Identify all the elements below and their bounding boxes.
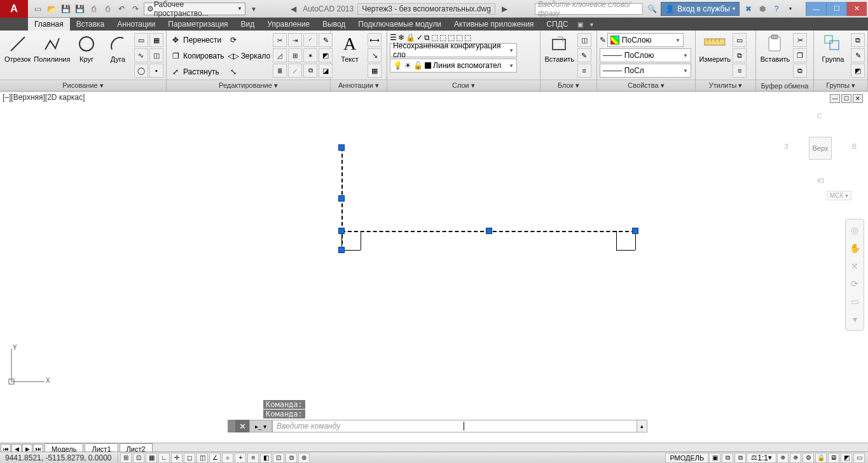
grip[interactable] — [338, 247, 345, 253]
panel-draw-title[interactable]: Рисование ▾ — [0, 79, 166, 91]
tab-view[interactable]: Вид — [235, 18, 261, 31]
grip[interactable] — [338, 144, 345, 151]
ucs-icon[interactable]: Y X — [6, 345, 51, 389]
tab-annot[interactable]: Аннотации — [111, 18, 162, 31]
linetype-combo[interactable]: ПоСл▼ — [600, 64, 691, 78]
create-block-icon[interactable]: ◫ — [577, 33, 591, 47]
cmd-recent-icon[interactable]: ▴ — [637, 420, 647, 432]
grid-icon[interactable]: ▦ — [146, 453, 157, 463]
a360-icon[interactable]: ⬢ — [757, 4, 768, 14]
sr-layout-icon[interactable]: ▣ — [709, 453, 720, 463]
panel-annot-title[interactable]: Аннотации ▾ — [331, 79, 387, 91]
rect-icon[interactable]: ▭ — [134, 33, 148, 47]
shape-seg3[interactable] — [361, 231, 361, 250]
new-icon[interactable]: ▭ — [32, 3, 43, 15]
rotate-button[interactable]: ⟳ — [227, 33, 272, 47]
match-icon[interactable]: ✎ — [600, 36, 606, 45]
break-icon[interactable]: ⟋ — [288, 64, 302, 78]
help-dd-icon[interactable]: ▾ — [785, 4, 796, 14]
panel-group-title[interactable]: Группы ▾ — [814, 79, 867, 91]
text-button[interactable]: A Текст — [333, 33, 366, 63]
qp-icon[interactable]: ⊡ — [273, 453, 284, 463]
tab-spds[interactable]: СПДС — [540, 18, 574, 31]
sc-icon[interactable]: ⧉ — [286, 453, 297, 463]
search-icon[interactable]: 🔍 — [647, 4, 657, 14]
redo-icon[interactable]: ↷ — [130, 3, 141, 15]
clean-icon[interactable]: ▭ — [853, 453, 865, 463]
qselect-icon[interactable]: ⧉ — [733, 48, 747, 62]
sign-in-button[interactable]: 👤 Вход в службы ▾ — [661, 2, 740, 16]
polyline-button[interactable]: Полилиния — [34, 33, 70, 63]
group-sel-icon[interactable]: ◩ — [851, 64, 865, 78]
scale-button[interactable]: ⤡ — [227, 65, 272, 79]
fillet-icon[interactable]: ◜ — [303, 33, 317, 47]
workspace-combo[interactable]: ⚙ Рабочее пространство... ▼ — [144, 3, 245, 15]
explode-icon[interactable]: ✶ — [303, 48, 317, 62]
spline-icon[interactable]: ∿ — [134, 48, 148, 62]
dyn-icon[interactable]: + — [235, 453, 246, 463]
isolate-icon[interactable]: ◩ — [841, 453, 852, 463]
sr-qvd-icon[interactable]: ⧉ — [734, 453, 746, 463]
shape-seg5[interactable] — [616, 250, 635, 251]
layer-combo[interactable]: 💡☀🔓Линия вспомогател ▼ — [390, 59, 517, 73]
group-ed-icon[interactable]: ✎ — [851, 48, 865, 62]
qat-more-icon[interactable]: ▾ — [248, 3, 259, 15]
insert-block-button[interactable]: Вставить — [543, 33, 576, 63]
print-icon[interactable]: ⎙ — [102, 3, 113, 15]
command-input[interactable]: Введите команду — [272, 420, 637, 432]
ungroup-icon[interactable]: ⧉ — [851, 33, 865, 47]
layer-ico3[interactable]: ✓ — [417, 33, 423, 42]
tab-insert[interactable]: Вставка — [70, 18, 111, 31]
layer-ico6[interactable]: ⬚ — [439, 33, 446, 42]
table-icon[interactable]: ▦ — [368, 64, 382, 78]
cmd-close-icon[interactable]: ✕ — [235, 420, 249, 432]
close-button[interactable]: ✕ — [846, 2, 867, 16]
select-icon[interactable]: ▭ — [733, 33, 747, 47]
region-icon[interactable]: ◫ — [149, 48, 163, 62]
tab-plugins[interactable]: Подключаемые модули — [352, 18, 448, 31]
ortho-icon[interactable]: ∟ — [158, 453, 170, 463]
copyc-icon[interactable]: ❐ — [793, 48, 807, 62]
attr-icon[interactable]: ≡ — [577, 64, 591, 78]
help-icon[interactable]: ? — [771, 4, 782, 14]
nav-left-icon[interactable]: ◀ — [287, 3, 299, 15]
panel-layers-title[interactable]: Слои ▾ — [387, 79, 540, 91]
chamfer-icon[interactable]: ◿ — [273, 48, 287, 62]
cmd-prompt-icon[interactable]: ▸_ ▾ — [249, 420, 272, 432]
ws-switch-icon[interactable]: ⚙ — [803, 453, 814, 463]
ellipse-icon[interactable]: ◯ — [134, 64, 148, 78]
move-button[interactable]: ✥Перенести — [169, 33, 226, 47]
tab-focus-icon[interactable]: ▣ — [574, 18, 586, 31]
undo-icon[interactable]: ↶ — [116, 3, 127, 15]
lwt-icon[interactable]: ≡ — [247, 453, 259, 463]
tab-more-icon[interactable]: ▾ — [586, 18, 597, 31]
layer-ico4[interactable]: ⧉ — [424, 33, 430, 42]
layer-ico1[interactable]: ❄ — [398, 33, 404, 42]
layer-ico9[interactable]: ⬚ — [464, 33, 471, 42]
ducs-icon[interactable]: ⟐ — [222, 453, 233, 463]
edit-block-icon[interactable]: ✎ — [577, 48, 591, 62]
color-combo[interactable]: ПоСлою▼ — [607, 33, 684, 47]
grip[interactable] — [338, 228, 345, 234]
tab-home[interactable]: Главная — [28, 18, 70, 31]
maximize-button[interactable]: ☐ — [826, 2, 846, 16]
coordinates[interactable]: 9441.8521, -5115.8279, 0.0000 — [0, 453, 116, 462]
app-menu-button[interactable]: A — [0, 0, 28, 18]
sr-qv-icon[interactable]: ⧉ — [722, 453, 733, 463]
tab-apps[interactable]: Активные приложения — [448, 18, 540, 31]
line-button[interactable]: Отрезок — [3, 33, 32, 63]
copy-button[interactable]: ❐Копировать — [169, 49, 226, 63]
group-button[interactable]: Группа — [816, 33, 850, 63]
cut-icon[interactable]: ✂ — [793, 33, 807, 47]
infer-icon[interactable]: ⊞ — [120, 453, 132, 463]
am-icon[interactable]: ⊕ — [298, 453, 310, 463]
mirror-button[interactable]: ◁▷Зеркало — [227, 49, 272, 63]
calc-icon[interactable]: ≡ — [733, 64, 747, 78]
tab-manage[interactable]: Управление — [261, 18, 316, 31]
layer-ico5[interactable]: ⬚ — [431, 33, 438, 42]
exchange-icon[interactable]: ✖ — [743, 4, 754, 14]
snap-icon[interactable]: ⊡ — [133, 453, 144, 463]
extend-icon[interactable]: ⇥ — [288, 33, 302, 47]
stretch-button[interactable]: ⤢Растянуть — [169, 65, 226, 79]
tab-output[interactable]: Вывод — [316, 18, 352, 31]
